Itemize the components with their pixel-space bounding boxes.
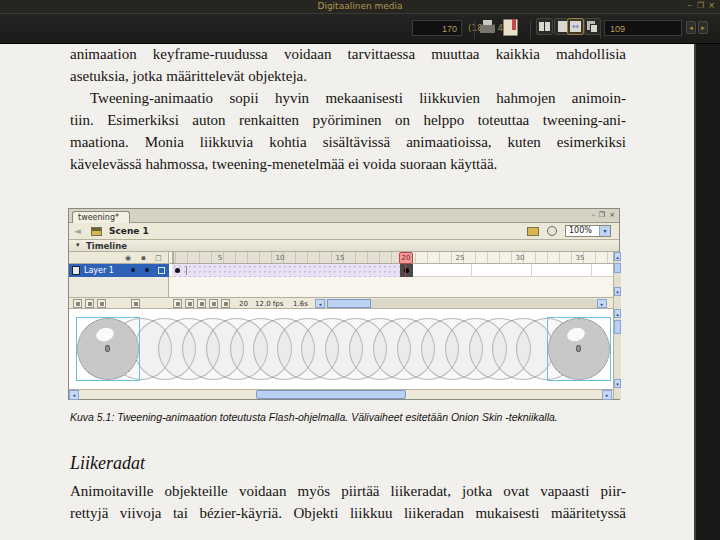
close-button[interactable]: × — [707, 1, 716, 10]
scroll-up-icon: ▴ — [614, 252, 621, 261]
ball-center-mark — [105, 345, 110, 352]
body-text-line: asetuksia, jotka määrittelevät objekteja… — [70, 68, 626, 88]
toolbar: (186 / 414) ↔ ◂ ▸ — [0, 13, 720, 44]
scroll-left-icon: ◂ — [69, 390, 79, 400]
onion-skin-markers — [172, 252, 406, 264]
stage-vscroll-thumb — [614, 320, 621, 334]
edit-scene-icon — [527, 227, 539, 236]
layer-outline-color — [158, 267, 165, 274]
frame-rate-value: 12.0 fps — [255, 300, 283, 308]
fit-width-icon: ↔ — [570, 21, 581, 32]
continuous-view-button[interactable] — [584, 18, 601, 35]
show-hide-eye-icon: ◉ — [125, 254, 131, 262]
layer-lock-dot — [145, 268, 149, 272]
body-text-line: maationa. Monia liikkuvia kohtia sisältä… — [70, 134, 626, 154]
layer-folder-icon — [97, 299, 106, 308]
ruler-number: 35 — [573, 254, 587, 262]
motion-tween-span — [172, 264, 400, 277]
scroll-up-icon: ▴ — [614, 309, 621, 318]
scroll-right-icon: ▸ — [602, 390, 612, 400]
scene-clapperboard-icon — [91, 227, 102, 236]
back-arrow-icon: ◄ — [74, 226, 81, 236]
onion-skin-icon — [185, 299, 194, 308]
timeline-scroll-right-icon: ▸ — [597, 299, 607, 308]
tween-start-tick — [186, 266, 187, 275]
timeline-vscroll-thumb — [614, 263, 621, 273]
body-text-line: animaation keyframe-ruudussa voidaan tar… — [70, 46, 626, 66]
two-page-view-button[interactable] — [536, 18, 553, 35]
body-text-line: tiin. Esimerkiksi auton renkaitten pyöri… — [70, 112, 626, 132]
flash-minimize-icon: – — [592, 211, 596, 219]
outline-icon: □ — [155, 254, 162, 262]
ruler-number: 30 — [513, 254, 527, 262]
layer-column-header: ◉ ▪ □ — [69, 252, 169, 264]
layer-icon — [72, 266, 80, 275]
flash-edit-bar: ◄ Scene 1 100% ▾ — [69, 223, 619, 240]
playhead: 20 — [399, 252, 413, 264]
flash-tabbar: tweening* – ❐ × — [69, 209, 619, 223]
flash-restore-icon: ❐ — [599, 211, 605, 219]
body-text-line: rettyjä viivoja tai bézier-käyriä. Objek… — [70, 505, 626, 525]
bookmark-icon — [512, 19, 516, 30]
previous-button[interactable]: ◂ — [686, 21, 696, 34]
modify-markers-icon — [221, 299, 230, 308]
timeline-title: Timeline — [86, 241, 127, 251]
edit-symbol-icon — [547, 226, 557, 236]
keyframe-1-dot — [175, 268, 180, 273]
stage-zoom-dropdown: 100% ▾ — [565, 225, 611, 237]
layer-visible-dot — [131, 268, 135, 272]
document-page: animaation keyframe-ruudussa voidaan tar… — [0, 44, 694, 540]
timeline-scroll-left-icon: ◂ — [315, 299, 325, 308]
maximize-button[interactable]: ❐ — [696, 1, 705, 10]
elapsed-time-value: 1.6s — [293, 300, 308, 308]
body-text-line: Animoitaville objekteille voidaan myös p… — [70, 483, 626, 503]
flash-document-tab: tweening* — [72, 211, 130, 223]
body-text-line: Tweening-animaatio sopii hyvin mekaanise… — [70, 90, 626, 110]
layer-name: Layer 1 — [84, 266, 114, 275]
body-text-line: kävelevässä hahmossa, tweening-menetelmä… — [70, 156, 626, 176]
onion-outlines-icon — [197, 299, 206, 308]
toolbar-separator — [474, 21, 475, 39]
figure-flash-screenshot: tweening* – ❐ × ◄ Scene 1 100% ▾ ▾ Timel… — [68, 208, 620, 400]
titlebar: Digitaalinen media – ❐ × — [0, 0, 720, 13]
section-heading: Liikeradat — [70, 453, 145, 474]
stage-hscroll-thumb — [256, 390, 406, 399]
layer-row: Layer 1 — [69, 264, 169, 277]
page-number-input[interactable] — [412, 20, 462, 36]
keyframe-20-cell — [400, 264, 413, 277]
window-title: Digitaalinen media — [0, 1, 720, 11]
empty-layer-area — [69, 277, 169, 297]
dropdown-arrow-icon: ▾ — [599, 226, 610, 236]
toolbar-separator — [600, 21, 601, 39]
lock-icon: ▪ — [141, 254, 146, 262]
toolbar-separator — [530, 21, 531, 39]
two-page-icon — [539, 22, 544, 31]
flash-close-icon: × — [609, 211, 615, 219]
ball-highlight — [94, 326, 115, 344]
collapse-arrow-icon: ▾ — [76, 241, 80, 249]
scene-label: Scene 1 — [109, 226, 149, 236]
scroll-down-icon: ▾ — [614, 379, 621, 388]
figure-caption: Kuva 5.1: Tweening-animaation toteutusta… — [70, 411, 626, 423]
insert-layer-icon — [73, 299, 82, 308]
ruler-number: 5 — [213, 254, 227, 262]
next-button[interactable]: ▸ — [698, 21, 708, 34]
fit-width-button[interactable]: ↔ — [567, 18, 584, 35]
print-button[interactable] — [480, 20, 495, 35]
scroll-down-icon: ▾ — [614, 287, 621, 296]
single-page-icon — [558, 21, 567, 32]
zoom-input[interactable] — [604, 20, 682, 36]
ball-end-frame — [548, 318, 610, 380]
viewer-right-gutter — [694, 44, 720, 540]
ball-start-frame — [77, 318, 139, 380]
center-frame-icon — [173, 299, 182, 308]
timeline-status-bar: 20 12.0 fps 1.6s ◂ ▸ — [69, 297, 619, 309]
bookmark-button[interactable] — [503, 19, 518, 36]
ball-center-mark — [576, 345, 581, 352]
empty-frame-area — [169, 277, 613, 297]
motion-guide-icon — [85, 299, 94, 308]
timeline-scrollbar-thumb — [327, 299, 371, 308]
pdf-viewer-window: Digitaalinen media – ❐ × (186 / 414) ↔ — [0, 0, 720, 540]
minimize-button[interactable]: – — [685, 1, 694, 10]
delete-layer-trash-icon — [131, 299, 140, 308]
